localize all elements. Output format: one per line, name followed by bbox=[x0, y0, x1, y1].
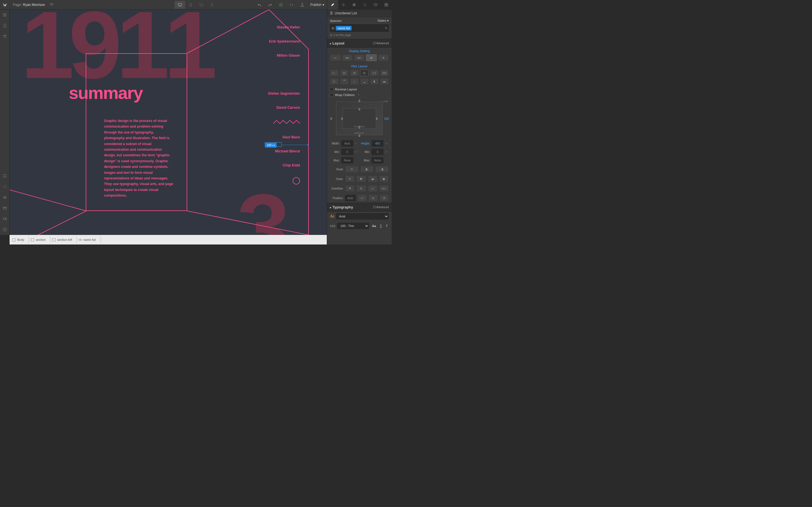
position-fixed-button[interactable]: ⊡ bbox=[379, 194, 389, 202]
flex-align-center-button[interactable]: ─ bbox=[350, 78, 359, 85]
flex-justify-center-button[interactable]: ▯▯ bbox=[350, 69, 359, 76]
summary-heading[interactable]: summary bbox=[69, 83, 143, 103]
style-tab-icon[interactable] bbox=[327, 0, 338, 10]
device-tablet-landscape-button[interactable] bbox=[196, 1, 207, 9]
margin-right-value[interactable]: 100 bbox=[384, 117, 389, 120]
reverse-layout-row[interactable]: Reverse Layout bbox=[327, 87, 392, 92]
max-width-input[interactable] bbox=[342, 157, 353, 163]
device-mobile-button[interactable] bbox=[207, 1, 217, 9]
display-flex-button[interactable]: ▥ bbox=[366, 54, 377, 61]
bold-button[interactable]: Aa bbox=[371, 224, 377, 228]
display-block-button[interactable]: ▭ bbox=[330, 54, 341, 61]
device-desktop-button[interactable] bbox=[174, 1, 185, 9]
publish-button[interactable]: Publish ▾ bbox=[308, 3, 327, 7]
status-ok-icon[interactable] bbox=[275, 0, 286, 10]
clear-right-button[interactable]: ◪ bbox=[368, 175, 377, 182]
flex-justify-around-button[interactable]: ▯▯▯ bbox=[380, 69, 389, 76]
flex-col-button[interactable]: ▯↓ bbox=[330, 78, 339, 85]
crumb-section-left[interactable]: section left bbox=[50, 235, 76, 244]
selector-input[interactable]: ⊛ name list ✎ bbox=[330, 24, 389, 32]
element-breadcrumb[interactable]: ☰ Unordered List bbox=[327, 10, 392, 17]
list-item[interactable]: Saul Bass bbox=[268, 135, 300, 139]
margin-top-value[interactable]: 0 bbox=[359, 100, 360, 103]
flex-align-baseline-button[interactable]: ▬ bbox=[380, 78, 389, 85]
display-none-button[interactable]: ⊘ bbox=[378, 54, 389, 61]
help-icon[interactable]: ? bbox=[357, 93, 359, 97]
webflow-logo[interactable] bbox=[0, 0, 10, 10]
height-input[interactable] bbox=[371, 140, 384, 147]
list-item[interactable]: Milton Glaser bbox=[268, 53, 300, 57]
float-right-button[interactable]: ◨ bbox=[375, 166, 389, 173]
name-list[interactable]: Steven Heller Erik Spiekermann Milton Gl… bbox=[268, 25, 300, 184]
overflow-hidden-button[interactable]: ⊘ bbox=[356, 185, 366, 192]
list-item[interactable]: David Carson bbox=[268, 105, 300, 110]
crumb-section[interactable]: section bbox=[28, 235, 50, 244]
canvas[interactable]: 1911 3 summary Graphic design is the pro… bbox=[10, 10, 327, 235]
padding-right-value[interactable]: 0 bbox=[376, 117, 377, 120]
overflow-auto-button[interactable]: A▭ bbox=[379, 185, 389, 192]
layout-section-header[interactable]: ▸ Layout Advanced bbox=[327, 39, 392, 48]
font-weight-select[interactable]: 100 - Thin bbox=[337, 223, 369, 229]
margin-bottom-value[interactable]: 0 bbox=[359, 134, 360, 137]
code-button[interactable] bbox=[286, 0, 297, 10]
underline-button[interactable]: T bbox=[379, 224, 383, 228]
video-button[interactable] bbox=[0, 214, 10, 224]
padding-bottom-value[interactable]: 0 bbox=[359, 126, 360, 129]
list-item[interactable]: Chip Kidd bbox=[268, 163, 300, 167]
crop-tool-button[interactable] bbox=[0, 181, 10, 192]
width-input[interactable] bbox=[342, 140, 353, 147]
add-element-button[interactable] bbox=[0, 10, 10, 20]
checkbox[interactable] bbox=[330, 93, 333, 97]
flex-justify-start-button[interactable]: ▯▯ bbox=[340, 69, 349, 76]
device-tablet-button[interactable] bbox=[185, 1, 196, 9]
clear-none-button[interactable]: ✕ bbox=[345, 175, 355, 182]
clear-left-button[interactable]: ◩ bbox=[356, 175, 366, 182]
page-name[interactable]: Ryan Morrison bbox=[23, 3, 45, 7]
list-item[interactable]: Erik Spiekermann bbox=[268, 39, 300, 43]
min-width-input[interactable] bbox=[342, 149, 353, 155]
help-button[interactable]: ? bbox=[0, 224, 10, 235]
flex-align-end-button[interactable]: ▁ bbox=[360, 78, 369, 85]
list-item[interactable]: Michael Bierut bbox=[268, 149, 300, 153]
export-button[interactable] bbox=[297, 0, 308, 10]
clear-both-button[interactable]: ▣ bbox=[379, 175, 389, 182]
flex-row-button[interactable]: ▭→ bbox=[330, 69, 339, 76]
display-inline-button[interactable]: ABC bbox=[354, 54, 365, 61]
undo-button[interactable] bbox=[254, 0, 265, 10]
select-tool-button[interactable] bbox=[0, 171, 10, 181]
assets-tab-icon[interactable] bbox=[370, 0, 381, 10]
class-tag[interactable]: name list bbox=[336, 26, 352, 31]
margin-left-value[interactable]: 0 bbox=[331, 117, 332, 120]
settings-tab-icon[interactable] bbox=[338, 0, 349, 10]
cms-tab-icon[interactable] bbox=[381, 0, 392, 10]
crumb-body[interactable]: Body bbox=[10, 235, 28, 244]
wrap-children-row[interactable]: Wrap Children ? bbox=[327, 92, 392, 98]
pages-button[interactable] bbox=[0, 20, 10, 31]
list-item[interactable]: Steven Heller bbox=[268, 25, 300, 29]
cms-button[interactable] bbox=[0, 31, 10, 42]
font-family-select[interactable]: Arial bbox=[336, 213, 389, 219]
navigator-tab-icon[interactable] bbox=[349, 0, 359, 10]
list-item[interactable]: Stefan Sagmeister bbox=[268, 91, 300, 96]
guides-button[interactable] bbox=[0, 192, 10, 203]
states-dropdown[interactable]: States ▾ bbox=[377, 19, 389, 22]
max-height-input[interactable] bbox=[371, 157, 384, 163]
position-select[interactable] bbox=[345, 195, 356, 201]
overflow-scroll-button[interactable]: ▭ bbox=[368, 185, 377, 192]
box-model-editor[interactable]: Click + Drag PADDING MARGIN 0 0 0 100 0 … bbox=[330, 100, 389, 137]
padding-top-value[interactable]: 0 bbox=[359, 108, 360, 111]
position-absolute-button[interactable]: ◱ bbox=[368, 194, 378, 202]
position-relative-button[interactable]: ▭ bbox=[357, 194, 367, 202]
float-left-button[interactable]: ◧ bbox=[360, 166, 374, 173]
summary-paragraph[interactable]: Graphic design is the process of visual … bbox=[104, 118, 174, 198]
min-height-input[interactable] bbox=[371, 149, 384, 155]
flex-justify-between-button[interactable]: ▯ ▯ bbox=[370, 69, 379, 76]
interactions-tab-icon[interactable] bbox=[359, 0, 370, 10]
flex-align-start-button[interactable]: ▔ bbox=[340, 78, 349, 85]
display-inline-block-button[interactable]: ABC bbox=[342, 54, 353, 61]
edit-icon[interactable]: ✎ bbox=[385, 26, 388, 30]
preview-icon[interactable] bbox=[49, 2, 54, 8]
flex-align-stretch-button[interactable]: ▮ bbox=[370, 78, 379, 85]
redo-button[interactable] bbox=[265, 0, 275, 10]
overflow-visible-button[interactable]: 👁 bbox=[345, 185, 355, 192]
